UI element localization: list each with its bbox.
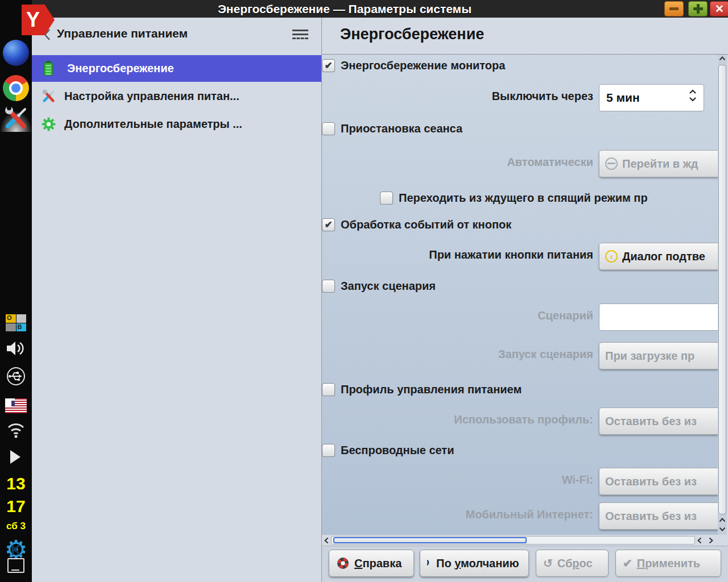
script-run-when-label: Запуск сценария bbox=[322, 348, 593, 361]
overflow-menu-button[interactable] bbox=[292, 30, 308, 42]
sidebar-item-energy-saving[interactable]: Энергосбережение bbox=[32, 55, 321, 82]
checkbox-label: Беспроводные сети bbox=[341, 444, 454, 457]
sidebar-item-power-setup[interactable]: Настройка управления питан... bbox=[32, 83, 321, 110]
checkbox-label: Профиль управления питанием bbox=[341, 383, 522, 396]
script-path-input[interactable] bbox=[599, 304, 718, 331]
battery-icon bbox=[44, 61, 59, 76]
combo-value: Перейти в жд bbox=[622, 157, 698, 171]
mobile-internet-combo: Оставить без из bbox=[599, 502, 718, 530]
workspace-pager-icon[interactable]: O B bbox=[6, 314, 26, 331]
chrome-icon-ring bbox=[9, 81, 23, 95]
confirm-dialog-icon: ‹ bbox=[605, 250, 618, 263]
gear-icon bbox=[41, 117, 56, 132]
vertical-scrollbar[interactable] bbox=[718, 55, 727, 535]
scroll-up-arrow-bottom[interactable] bbox=[718, 516, 727, 524]
switch-off-after-label: Выключить через bbox=[322, 90, 593, 103]
chevron-up-icon bbox=[689, 89, 697, 94]
defaults-clipped-icon: ↻ bbox=[427, 557, 433, 569]
power-button-label: При нажатии кнопки питания bbox=[322, 248, 593, 261]
pager-cell bbox=[16, 314, 27, 323]
pager-cell-b: B bbox=[16, 323, 27, 332]
sidebar-back-title[interactable]: Управление питанием bbox=[57, 27, 188, 40]
footer-bar: Справка ↻ По умолчанию ↺ Сброс ✔ Примени… bbox=[322, 546, 728, 582]
monitor-energy-saving-checkbox[interactable]: ✔ bbox=[322, 59, 335, 72]
standby-to-sleep-checkbox[interactable] bbox=[380, 192, 393, 205]
sphere-browser-icon[interactable] bbox=[3, 40, 29, 66]
automatically-label: Автоматически bbox=[322, 156, 593, 169]
monitor-energy-saving-row: ✔ Энергосбережение монитора bbox=[322, 59, 718, 72]
wifi-status-icon[interactable] bbox=[6, 422, 26, 439]
combo-value: Диалог подтве bbox=[622, 250, 705, 263]
window-title: Энергосбережение — Параметры системы bbox=[32, 0, 657, 18]
maximize-button[interactable] bbox=[688, 1, 708, 16]
pager-cell-active: O bbox=[6, 314, 16, 323]
sidebar-item-label: Дополнительные параметры ... bbox=[64, 118, 242, 131]
horizontal-scroll-track[interactable] bbox=[331, 536, 695, 544]
scroll-left-arrow-right[interactable] bbox=[695, 537, 704, 544]
sidebar: Управление питанием Энергосбережение bbox=[32, 18, 321, 582]
keyboard-layout-flag-icon[interactable] bbox=[5, 398, 27, 413]
power-button-combo[interactable]: ‹ Диалог подтве bbox=[599, 243, 718, 270]
suspend-session-checkbox[interactable] bbox=[322, 122, 335, 135]
chrome-icon-center bbox=[11, 84, 20, 93]
scroll-down-arrow[interactable] bbox=[718, 525, 727, 533]
standby-to-sleep-row: Переходить из ждущего в спящий режим пр bbox=[380, 192, 718, 205]
script-label: Сценарий bbox=[322, 309, 593, 322]
script-run-when-combo: При загрузке пр bbox=[599, 342, 718, 369]
minimize-button[interactable] bbox=[664, 1, 684, 16]
sidebar-item-label: Настройка управления питан... bbox=[64, 90, 239, 103]
crossed-tools-icon bbox=[2, 105, 30, 131]
usb-device-icon[interactable] bbox=[6, 367, 26, 386]
apply-check-icon: ✔ bbox=[623, 556, 632, 570]
volume-icon[interactable] bbox=[6, 340, 26, 357]
wifi-combo: Оставить без из bbox=[599, 468, 718, 495]
run-script-checkbox[interactable] bbox=[322, 280, 335, 293]
checkbox-label: Обработка событий от кнопок bbox=[341, 218, 511, 231]
wifi-label: Wi-Fi: bbox=[322, 473, 593, 487]
power-profile-row: Профиль управления питанием bbox=[322, 383, 718, 396]
burger-line-dashed bbox=[292, 38, 308, 39]
titlebar[interactable]: Энергосбережение — Параметры системы ✕ bbox=[32, 0, 728, 18]
help-button[interactable]: Справка bbox=[329, 550, 414, 577]
horizontal-scroll-thumb[interactable] bbox=[333, 537, 527, 543]
reset-undo-icon: ↺ bbox=[543, 556, 553, 570]
scroll-right-arrow[interactable] bbox=[706, 537, 715, 544]
chrome-browser-icon[interactable] bbox=[3, 75, 29, 101]
kde-k-letter: K bbox=[0, 542, 32, 558]
sidebar-item-advanced-options[interactable]: Дополнительные параметры ... bbox=[32, 111, 321, 138]
minimize-icon bbox=[669, 7, 679, 10]
run-script-row: Запуск сценария bbox=[322, 280, 718, 293]
checkbox-label: Приостановка сеанса bbox=[341, 122, 462, 135]
wireless-row: Беспроводные сети bbox=[322, 444, 718, 457]
media-play-icon[interactable] bbox=[10, 450, 20, 464]
wireless-checkbox[interactable] bbox=[322, 444, 335, 457]
defaults-button[interactable]: ↻ По умолчанию bbox=[420, 550, 529, 577]
switch-off-after-spinbox[interactable]: 5 мин bbox=[599, 84, 704, 111]
scroll-up-arrow[interactable] bbox=[718, 55, 727, 63]
scroll-left-arrow[interactable] bbox=[322, 537, 331, 544]
burger-line bbox=[292, 30, 308, 31]
page-title: Энергосбережение bbox=[340, 26, 484, 43]
sidebar-header: Управление питанием bbox=[32, 18, 321, 54]
power-profile-checkbox[interactable] bbox=[322, 383, 335, 396]
flag-canton bbox=[5, 398, 15, 406]
mobile-internet-label: Мобильный Интернет: bbox=[322, 508, 593, 521]
show-desktop-icon[interactable] bbox=[7, 558, 24, 573]
main-header: Энергосбережение bbox=[322, 18, 728, 55]
horizontal-scrollbar[interactable] bbox=[322, 535, 718, 546]
spinbox-value: 5 мин bbox=[606, 91, 640, 105]
clock-hours: 13 bbox=[0, 475, 32, 492]
clock-minutes: 17 bbox=[0, 498, 32, 515]
button-events-checkbox[interactable]: ✔ bbox=[322, 218, 335, 231]
vertical-scroll-thumb[interactable] bbox=[718, 65, 726, 514]
system-settings-tools-icon[interactable] bbox=[2, 105, 30, 131]
spinbox-arrows[interactable] bbox=[689, 89, 697, 102]
crossed-tools-icon bbox=[41, 89, 56, 104]
combo-value: Оставить без из bbox=[605, 415, 697, 428]
main-panel: Энергосбережение ✔ Энергосбережение мони… bbox=[322, 18, 728, 582]
help-lifering-icon bbox=[336, 556, 350, 570]
automatically-combo: Перейти в жд bbox=[599, 150, 718, 177]
close-button[interactable]: ✕ bbox=[710, 1, 728, 16]
system-settings-window: Энергосбережение — Параметры системы ✕ У… bbox=[32, 0, 728, 582]
clock-date: сб 3 bbox=[0, 521, 32, 532]
